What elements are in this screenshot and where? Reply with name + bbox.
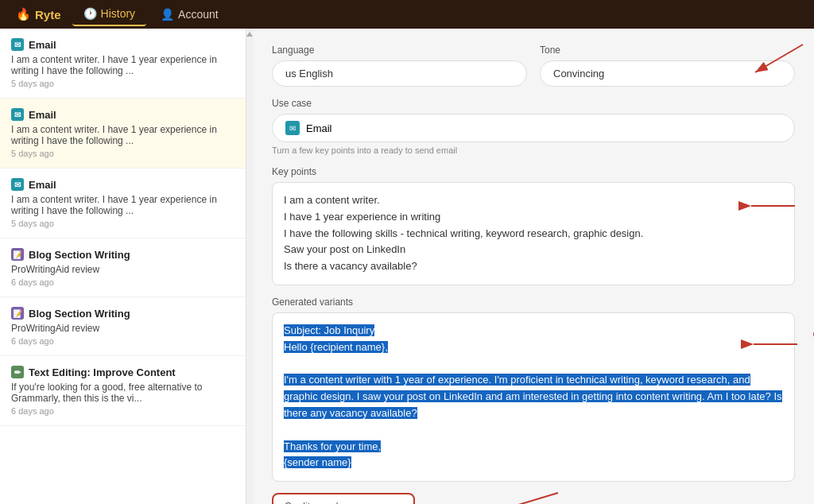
item-title: 📝 Blog Section Writing — [11, 307, 235, 320]
item-date: 6 days ago — [11, 406, 235, 416]
generated-text-box[interactable]: Subject: Job Inquiry Hello {recipient na… — [272, 312, 795, 482]
email-icon: ✉ — [11, 178, 24, 191]
tone-field: Tone — [540, 45, 795, 87]
use-case-label: Use case — [272, 98, 795, 109]
generated-variants-section: Generated variants Subject: Job Inquiry … — [272, 297, 795, 482]
generated-line: {sender name} — [284, 455, 783, 471]
key-point-line: Is there a vacancy available? — [284, 258, 783, 275]
item-title: ✉ Email — [11, 108, 235, 121]
key-points-label: Key points — [272, 166, 795, 177]
credits-section: Credits used 332 — [272, 493, 795, 504]
item-type-label: Blog Section Writing — [29, 308, 130, 320]
highlight-text: I'm a content writer with 1 year of expe… — [284, 374, 782, 419]
item-date: 5 days ago — [11, 149, 235, 158]
list-item[interactable]: ✏ Text Editing: Improve Content If you'r… — [0, 356, 246, 426]
scroll-up-arrow[interactable] — [246, 32, 253, 37]
item-title: ✉ Email — [11, 178, 235, 191]
credits-box: Credits used 332 — [272, 493, 415, 504]
item-date: 6 days ago — [11, 277, 235, 287]
tone-arrow-svg — [747, 37, 811, 76]
tone-wrapper — [540, 60, 795, 87]
item-description: I am a content writer. I have 1 year exp… — [11, 54, 235, 76]
item-type-label: Email — [29, 39, 56, 51]
input-arrow-svg — [747, 194, 803, 218]
key-points-textarea[interactable]: I am a content writer. I have 1 year exp… — [272, 182, 795, 285]
generated-line: Thanks for your time, — [284, 439, 783, 456]
item-title: ✏ Text Editing: Improve Content — [11, 366, 235, 378]
key-point-line: I am a content writer. — [284, 192, 783, 209]
credits-label: Credits used — [285, 501, 402, 504]
account-icon: 👤 — [161, 8, 174, 21]
list-item[interactable]: 📝 Blog Section Writing ProWritingAid rev… — [0, 238, 246, 297]
list-item[interactable]: 📝 Blog Section Writing ProWritingAid rev… — [0, 297, 246, 356]
brand-logo[interactable]: 🔥 Ryte — [8, 7, 69, 21]
item-type-label: Text Editing: Improve Content — [29, 366, 176, 378]
list-item[interactable]: ✉ Email I am a content writer. I have 1 … — [0, 99, 246, 169]
item-date: 5 days ago — [11, 79, 235, 88]
key-point-line: Saw your post on LinkedIn — [284, 242, 783, 258]
highlight-text: Hello {recipient name}, — [284, 341, 388, 353]
language-tone-row: Language Tone — [272, 45, 795, 87]
use-case-description: Turn a few key points into a ready to se… — [272, 145, 795, 155]
use-case-icon: ✉ — [285, 121, 300, 135]
item-description: ProWritingAid review — [11, 323, 235, 334]
item-type-label: Email — [29, 109, 56, 121]
text-edit-icon: ✏ — [11, 366, 24, 378]
main-layout: ✉ Email I am a content writer. I have 1 … — [0, 29, 814, 504]
item-title: ✉ Email — [11, 38, 235, 51]
key-points-section: Key points I am a content writer. I have… — [272, 166, 795, 285]
use-case-value: Email — [306, 122, 332, 134]
list-item[interactable]: ✉ Email I am a content writer. I have 1 … — [0, 169, 246, 238]
nav-account-label: Account — [178, 8, 219, 21]
highlight-text: {sender name} — [284, 456, 351, 468]
list-item[interactable]: ✉ Email I am a content writer. I have 1 … — [0, 29, 246, 99]
highlight-text: Thanks for your time, — [284, 440, 381, 452]
nav-history[interactable]: 🕐 History — [72, 2, 147, 26]
item-type-label: Email — [29, 179, 56, 191]
credits-arrow-svg — [471, 485, 566, 504]
blog-icon: 📝 — [11, 307, 24, 320]
item-description: ProWritingAid review — [11, 264, 235, 275]
highlight-text: Subject: Job Inquiry — [284, 324, 374, 336]
nav-account[interactable]: 👤 Account — [149, 3, 230, 25]
history-icon: 🕐 — [83, 7, 97, 20]
svg-line-1 — [755, 45, 803, 72]
history-sidebar: ✉ Email I am a content writer. I have 1 … — [0, 29, 246, 504]
language-input[interactable] — [272, 60, 527, 87]
item-date: 5 days ago — [11, 219, 235, 228]
key-point-line: I have 1 year experience in writing — [284, 209, 783, 226]
item-date: 6 days ago — [11, 336, 235, 346]
use-case-field: Use case ✉ Email — [272, 98, 795, 142]
generated-variants-label: Generated variants — [272, 297, 795, 308]
item-description: I am a content writer. I have 1 year exp… — [11, 194, 235, 216]
generated-line: Subject: Job Inquiry — [284, 323, 783, 339]
brand-icon: 🔥 — [16, 7, 31, 21]
generated-line: Hello {recipient name}, — [284, 339, 783, 356]
brand-name: Ryte — [35, 8, 61, 21]
main-content: Language Tone — [253, 29, 814, 504]
email-icon: ✉ — [11, 108, 24, 121]
output-arrow-svg — [750, 332, 805, 356]
item-description: I am a content writer. I have 1 year exp… — [11, 124, 235, 146]
language-label: Language — [272, 45, 527, 56]
item-type-label: Blog Section Writing — [29, 249, 130, 261]
email-icon: ✉ — [11, 38, 24, 51]
item-description: If you're looking for a good, free alter… — [11, 382, 235, 404]
item-title: 📝 Blog Section Writing — [11, 248, 235, 261]
svg-line-7 — [479, 493, 558, 504]
use-case-input[interactable]: ✉ Email — [272, 114, 795, 142]
blog-icon: 📝 — [11, 248, 24, 261]
language-field: Language — [272, 45, 527, 87]
generated-line: I'm a content writer with 1 year of expe… — [284, 372, 783, 421]
nav-history-label: History — [101, 7, 136, 20]
key-point-line: I have the following skills - technical … — [284, 226, 783, 242]
top-navigation: 🔥 Ryte 🕐 History 👤 Account — [0, 0, 814, 29]
sidebar-scrollbar[interactable] — [246, 29, 253, 504]
